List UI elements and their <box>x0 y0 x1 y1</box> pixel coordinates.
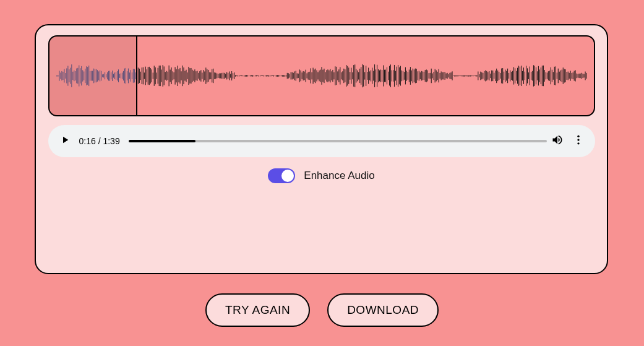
action-button-row: TRY AGAIN DOWNLOAD <box>0 293 644 327</box>
svg-point-432 <box>577 139 579 141</box>
try-again-button[interactable]: TRY AGAIN <box>205 293 310 327</box>
more-options-button[interactable] <box>568 131 589 152</box>
progress-track[interactable] <box>129 140 547 142</box>
play-icon <box>59 134 71 148</box>
enhance-toggle-row: Enhance Audio <box>46 168 597 183</box>
waveform-svg <box>49 37 594 115</box>
play-button[interactable] <box>54 131 75 152</box>
svg-point-433 <box>577 142 579 144</box>
enhance-audio-toggle[interactable] <box>268 168 295 183</box>
waveform-display[interactable] <box>48 35 595 116</box>
time-display: 0:16 / 1:39 <box>79 136 120 146</box>
toggle-knob <box>281 170 294 182</box>
audio-player-bar: 0:16 / 1:39 <box>48 125 595 157</box>
progress-fill <box>129 140 195 142</box>
svg-point-431 <box>577 136 579 137</box>
volume-button[interactable] <box>547 131 568 152</box>
enhance-audio-label: Enhance Audio <box>304 170 374 182</box>
download-button[interactable]: DOWNLOAD <box>327 293 439 327</box>
more-vertical-icon <box>572 134 585 149</box>
audio-panel: 0:16 / 1:39 Enhance Audio <box>35 24 608 274</box>
volume-icon <box>551 134 564 149</box>
